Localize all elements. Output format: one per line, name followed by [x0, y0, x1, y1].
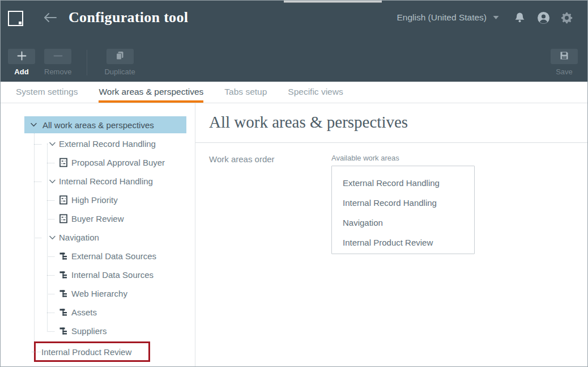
tab-specific-views[interactable]: Specific views	[288, 82, 343, 103]
hierarchy-icon	[59, 271, 68, 279]
chevron-down-icon	[30, 123, 37, 127]
work-areas-tree: All work areas & perspectives External R…	[24, 116, 186, 362]
tree-item-label: Buyer Review	[71, 214, 124, 223]
tree-item-internal-product-review[interactable]: Internal Product Review	[24, 341, 186, 362]
tree-item-label: Navigation	[59, 233, 99, 242]
back-arrow-icon[interactable]	[44, 13, 57, 22]
hierarchy-icon	[59, 289, 68, 298]
available-work-area-navigation[interactable]: Navigation	[343, 213, 474, 233]
add-button-group: Add	[8, 49, 35, 76]
annotation-highlight-box: Internal Product Review	[34, 341, 150, 362]
tree-item-external-data-sources[interactable]: External Data Sources	[24, 247, 186, 265]
navigation-sidebar: All work areas & perspectives External R…	[1, 103, 195, 367]
toolbar: Add Remove Duplicate Save	[1, 35, 587, 76]
duplicate-button[interactable]	[106, 49, 134, 64]
tree-item-label: Internal Data Sources	[71, 270, 154, 280]
available-work-areas-list[interactable]: External Record HandlingInternal Record …	[331, 166, 475, 254]
tree-item-proposal-approval-buyer[interactable]: Proposal Approval Buyer	[24, 153, 186, 172]
available-work-area-external-record-handling[interactable]: External Record Handling	[343, 173, 474, 193]
tab-bar: System settingsWork areas & perspectives…	[1, 82, 587, 103]
user-icon[interactable]	[537, 11, 550, 24]
language-selector[interactable]: English (United States)	[397, 12, 499, 23]
duplicate-button-group: Duplicate	[104, 49, 135, 76]
tree-item-label: Suppliers	[71, 326, 107, 336]
caret-down-icon	[493, 15, 499, 20]
save-button-group: Save	[551, 49, 578, 76]
save-icon	[560, 51, 569, 62]
available-work-area-internal-product-review[interactable]: Internal Product Review	[343, 233, 474, 252]
tree-item-label: All work areas & perspectives	[42, 120, 154, 130]
content-body: All work areas & perspectives External R…	[1, 103, 587, 367]
tab-label: Specific views	[288, 87, 343, 97]
tree-item-internal-record-handling[interactable]: Internal Record Handling	[24, 172, 186, 191]
tree-item-label: Internal Product Review	[41, 347, 131, 357]
tab-system-settings[interactable]: System settings	[16, 82, 78, 103]
remove-button-group: Remove	[44, 49, 71, 76]
tree-item-assets[interactable]: Assets	[24, 303, 186, 322]
tree-item-label: External Data Sources	[71, 251, 156, 261]
tree-item-web-hierarchy[interactable]: Web Hierarchy	[24, 284, 186, 303]
bell-icon[interactable]	[514, 12, 525, 23]
tree-item-external-record-handling[interactable]: External Record Handling	[24, 134, 186, 153]
tree-item-label: Internal Record Handling	[59, 176, 153, 186]
tree-item-label: Web Hierarchy	[71, 289, 127, 298]
language-selector-value: English (United States)	[397, 12, 487, 23]
tab-label: System settings	[16, 87, 78, 97]
configuration-tool-window: Configuration tool English (United State…	[0, 0, 588, 367]
gear-icon[interactable]	[561, 12, 573, 24]
app-title: Configuration tool	[69, 9, 188, 26]
plus-icon	[17, 51, 27, 62]
chevron-down-icon	[49, 235, 56, 240]
app-header: Configuration tool English (United State…	[1, 1, 587, 35]
tab-label: Tabs setup	[224, 87, 267, 97]
window-edge-artifact	[284, 1, 382, 3]
available-work-area-internal-record-handling[interactable]: Internal Record Handling	[343, 193, 474, 213]
chevron-down-icon	[49, 142, 56, 146]
work-areas-order-label: Work areas order	[209, 154, 331, 254]
duplicate-icon	[116, 51, 124, 62]
perspective-icon	[59, 195, 68, 205]
tab-work-areas-perspectives[interactable]: Work areas & perspectives	[99, 82, 203, 103]
perspective-icon	[59, 158, 68, 167]
tree-item-buyer-review[interactable]: Buyer Review	[24, 209, 186, 228]
tree-item-high-priority[interactable]: High Priority	[24, 191, 186, 209]
tree-item-internal-data-sources[interactable]: Internal Data Sources	[24, 265, 186, 284]
add-button-label: Add	[14, 68, 28, 76]
hierarchy-icon	[59, 327, 68, 335]
toolbar-separator	[87, 50, 87, 75]
chevron-down-icon	[49, 179, 56, 184]
detail-header: All work areas & perspectives	[195, 103, 587, 133]
page-title: All work areas & perspectives	[209, 111, 587, 133]
minus-icon	[53, 51, 63, 62]
tree-item-suppliers[interactable]: Suppliers	[24, 322, 186, 340]
perspective-icon	[59, 214, 68, 223]
app-logo-icon	[8, 11, 23, 26]
save-button[interactable]	[551, 49, 578, 64]
app-chrome: Configuration tool English (United State…	[1, 1, 587, 82]
remove-button-label: Remove	[44, 68, 71, 76]
tree-item-label: High Priority	[71, 195, 118, 205]
remove-button[interactable]	[44, 49, 71, 64]
tree-item-label: External Record Handling	[59, 139, 156, 149]
tab-label: Work areas & perspectives	[99, 87, 203, 97]
duplicate-button-label: Duplicate	[104, 68, 135, 76]
save-button-label: Save	[556, 68, 573, 76]
tree-item-label: Proposal Approval Buyer	[71, 158, 165, 167]
tree-item-navigation[interactable]: Navigation	[24, 228, 186, 247]
add-button[interactable]	[8, 49, 35, 64]
available-work-areas-label: Available work areas	[331, 154, 475, 162]
tab-tabs-setup[interactable]: Tabs setup	[224, 82, 267, 103]
tree-item-label: Assets	[71, 307, 97, 317]
tree-item-all-work-areas-perspectives[interactable]: All work areas & perspectives	[24, 116, 186, 133]
hierarchy-icon	[59, 308, 68, 317]
detail-panel: All work areas & perspectives Work areas…	[195, 103, 587, 367]
hierarchy-icon	[59, 252, 68, 260]
